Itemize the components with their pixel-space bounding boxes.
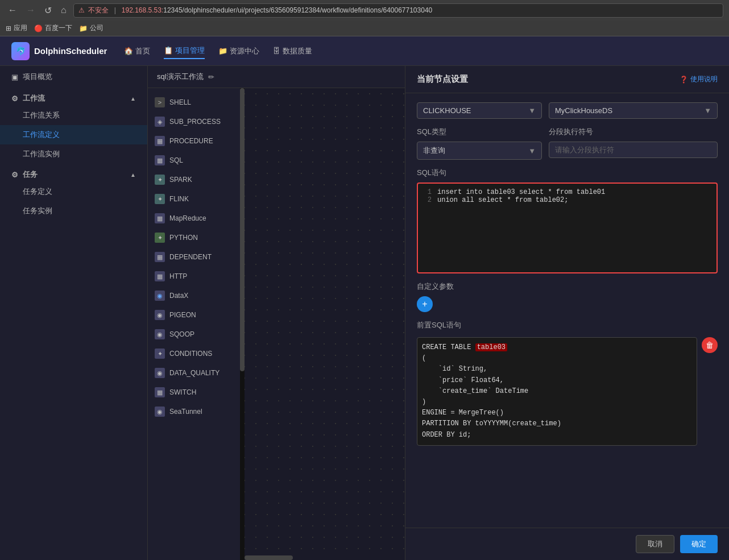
bookmark-company[interactable]: 📁 公司 — [79, 23, 103, 33]
node-item-shell[interactable]: > SHELL — [148, 93, 244, 112]
workflow-icon: ⚙ — [11, 94, 18, 103]
spark-icon: ✦ — [155, 175, 165, 185]
home-button[interactable]: ⌂ — [59, 4, 69, 16]
nav-home[interactable]: 🏠 首页 — [124, 43, 150, 59]
home-icon: 🏠 — [124, 47, 133, 55]
node-list-scroll-thumb — [240, 88, 245, 371]
nav-project[interactable]: 📋 项目管理 — [164, 43, 205, 59]
sidebar: ▣ 项目概览 ⚙ 工作流 ▲ 工作流关系 工作流定义 工作流实例 ⚙ 任务 ▲ — [0, 66, 148, 560]
node-item-procedure[interactable]: ▦ PROCEDURE — [148, 131, 244, 151]
right-panel-footer: 取消 确定 — [405, 528, 729, 560]
bookmark-apps[interactable]: ⊞ 应用 — [6, 23, 27, 33]
node-item-conditions[interactable]: ✦ CONDITIONS — [148, 344, 244, 363]
delete-presql-button[interactable]: 🗑 — [702, 337, 718, 353]
apps-icon: ⊞ — [6, 24, 11, 32]
switch-label: SWITCH — [169, 388, 196, 396]
sidebar-item-workflow-definition[interactable]: 工作流定义 — [0, 125, 147, 144]
db-type-value: CLICKHOUSE — [423, 106, 471, 115]
separator-label: 分段执行符号 — [549, 127, 718, 137]
subprocess-label: SUB_PROCESS — [169, 118, 221, 126]
node-item-switch[interactable]: ▦ SWITCH — [148, 383, 244, 402]
nav-data-quality[interactable]: 🗄 数据质量 — [273, 43, 312, 59]
node-list-scrollbar[interactable] — [240, 88, 245, 560]
sidebar-item-task-definition[interactable]: 任务定义 — [0, 182, 147, 201]
canvas-h-scroll-thumb — [245, 555, 293, 560]
address-path: 12345/dolphinscheduler/ui/projects/63560… — [163, 6, 432, 14]
presql-line-2: ( — [422, 353, 692, 364]
sidebar-section-workflow[interactable]: ⚙ 工作流 ▲ — [0, 88, 147, 106]
node-item-sqoop[interactable]: ◉ SQOOP — [148, 325, 244, 344]
cancel-button[interactable]: 取消 — [636, 535, 674, 553]
node-item-python[interactable]: ✦ PYTHON — [148, 228, 244, 247]
node-item-subprocess[interactable]: ◈ SUB_PROCESS — [148, 112, 244, 131]
node-item-dependent[interactable]: ▦ DEPENDENT — [148, 247, 244, 267]
node-item-flink[interactable]: ✦ FLINK — [148, 189, 244, 209]
add-param-button[interactable]: + — [417, 296, 433, 312]
center-panel: sql演示工作流 ✏ > SHELL ◈ SUB_PROCESS ▦ — [148, 66, 405, 560]
data-quality-node-label: DATA_QUALITY — [169, 369, 219, 377]
app-container: 🐬 DolphinScheduler 🏠 首页 📋 项目管理 📁 资源中心 🗄 … — [0, 36, 729, 560]
flink-icon: ✦ — [155, 194, 165, 204]
db-datasource-row: CLICKHOUSE ▼ MyClickHouseDS ▼ — [417, 102, 718, 119]
sqoop-icon: ◉ — [155, 329, 165, 339]
sql-line-num-1: 1 — [423, 188, 432, 196]
node-item-sql[interactable]: ▦ SQL — [148, 151, 244, 170]
shell-label: SHELL — [169, 98, 191, 106]
node-item-seatunnel[interactable]: ◉ SeaTunnel — [148, 402, 244, 421]
node-item-data-quality[interactable]: ◉ DATA_QUALITY — [148, 363, 244, 383]
node-item-datax[interactable]: ◉ DataX — [148, 286, 244, 305]
help-link[interactable]: ❓ 使用说明 — [680, 74, 718, 84]
lock-icon: ⚠ — [78, 6, 85, 14]
help-label: 使用说明 — [690, 74, 718, 84]
refresh-button[interactable]: ↺ — [42, 4, 54, 17]
separator-input[interactable] — [549, 142, 718, 158]
sidebar-item-workflow-relation[interactable]: 工作流关系 — [0, 106, 147, 125]
sql-editor[interactable]: 1 insert into table03 select * from tabl… — [417, 182, 718, 273]
pigeon-label: PIGEON — [169, 311, 196, 319]
custom-params-label: 自定义参数 — [417, 281, 718, 292]
subprocess-icon: ◈ — [155, 117, 165, 127]
sidebar-section-task[interactable]: ⚙ 任务 ▲ — [0, 164, 147, 182]
sql-statement-group: SQL语句 1 insert into table03 select * fro… — [417, 168, 718, 273]
confirm-button[interactable]: 确定 — [680, 535, 718, 553]
spark-label: SPARK — [169, 176, 192, 184]
presql-line-4: `price` Float64, — [422, 375, 692, 386]
presql-label: 前置SQL语句 — [417, 320, 718, 330]
datasource-select[interactable]: MyClickHouseDS ▼ — [549, 102, 718, 119]
sidebar-item-task-instance[interactable]: 任务实例 — [0, 201, 147, 221]
conditions-label: CONDITIONS — [169, 350, 212, 358]
node-item-mapreduce[interactable]: ▦ MapReduce — [148, 209, 244, 228]
sql-icon: ▦ — [155, 155, 165, 165]
app-logo: 🐬 DolphinScheduler — [11, 42, 107, 60]
task-chevron-icon: ▲ — [130, 172, 136, 178]
sidebar-item-workflow-instance[interactable]: 工作流实例 — [0, 144, 147, 164]
presql-editor[interactable]: CREATE TABLE table03 ( `id` String, `pri… — [417, 337, 697, 446]
sidebar-item-project-overview[interactable]: ▣ 项目概览 — [0, 66, 147, 88]
workflow-instance-label: 工作流实例 — [23, 150, 60, 158]
company-icon: 📁 — [79, 24, 88, 32]
address-bar[interactable]: ⚠ 不安全 | 192.168.5.53:12345/dolphinschedu… — [73, 3, 723, 18]
python-icon: ✦ — [155, 233, 165, 243]
nav-resource[interactable]: 📁 资源中心 — [218, 43, 259, 59]
db-type-select[interactable]: CLICKHOUSE ▼ — [417, 102, 542, 119]
presql-line-9: ORDER BY id; — [422, 430, 692, 441]
pigeon-icon: ◉ — [155, 310, 165, 320]
canvas-h-scrollbar[interactable] — [245, 555, 405, 560]
back-button[interactable]: ← — [6, 4, 19, 16]
data-quality-node-icon: ◉ — [155, 368, 165, 378]
body-layout: ▣ 项目概览 ⚙ 工作流 ▲ 工作流关系 工作流定义 工作流实例 ⚙ 任务 ▲ — [0, 66, 729, 560]
node-item-spark[interactable]: ✦ SPARK — [148, 170, 244, 189]
sql-type-arrow-icon: ▼ — [528, 147, 536, 155]
right-panel-title: 当前节点设置 — [417, 74, 468, 85]
overview-label: 项目概览 — [23, 72, 52, 82]
node-item-pigeon[interactable]: ◉ PIGEON — [148, 305, 244, 325]
flink-label: FLINK — [169, 195, 189, 203]
sql-type-select[interactable]: 非查询 ▼ — [417, 142, 542, 160]
forward-button[interactable]: → — [24, 4, 38, 16]
workflow-section-label: 工作流 — [23, 93, 45, 103]
overview-icon: ▣ — [11, 73, 18, 81]
sqoop-label: SQOOP — [169, 330, 194, 338]
node-item-http[interactable]: ▦ HTTP — [148, 267, 244, 286]
bookmark-baidu[interactable]: 🔴 百度一下 — [34, 23, 72, 33]
canvas-area[interactable]: > SHELL ◈ SUB_PROCESS ▦ PROCEDURE ▦ SQL — [148, 88, 405, 560]
